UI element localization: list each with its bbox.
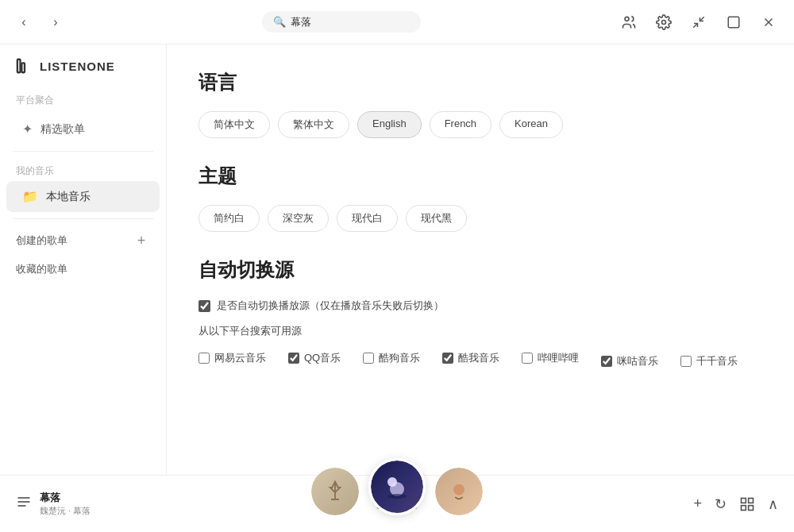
platform-kuwo: 酷我音乐 xyxy=(442,348,499,368)
tag-modern-black[interactable]: 现代黑 xyxy=(406,205,467,232)
platform-bilibili-label: 哔哩哔哩 xyxy=(538,351,579,365)
theme-tags: 简约白 深空灰 现代白 现代黑 xyxy=(198,205,762,232)
close-icon-btn[interactable] xyxy=(756,10,781,35)
album-art-face-bg xyxy=(435,468,483,515)
platform-grid: 网易云音乐 QQ音乐 酷狗音乐 酷我音乐 哔哩哔哩 咪咕音乐 xyxy=(198,348,762,368)
favorite-playlists-row: 收藏的歌单 xyxy=(0,256,166,283)
tag-zh-hans[interactable]: 简体中文 xyxy=(198,111,270,138)
forward-button[interactable]: › xyxy=(44,11,67,33)
search-input[interactable] xyxy=(291,16,410,28)
auto-switch-title: 自动切换源 xyxy=(198,257,762,283)
svg-rect-4 xyxy=(728,17,739,28)
sidebar-divider-1 xyxy=(13,151,153,152)
sidebar: LISTENONE 平台聚合 ✦ 精选歌单 我的音乐 📁 本地音乐 创建的歌单 … xyxy=(0,44,167,475)
svg-line-3 xyxy=(700,17,704,21)
album-art-right[interactable] xyxy=(435,468,483,515)
platform-kuwo-label: 酷我音乐 xyxy=(458,351,499,365)
platform-qq-label: QQ音乐 xyxy=(304,351,341,365)
player-left: 幕落 魏楚沅 · 幕落 xyxy=(16,491,159,517)
svg-rect-8 xyxy=(21,63,25,72)
player-center: 0:19 / 4:04 xyxy=(172,498,622,511)
platform-netease-checkbox[interactable] xyxy=(198,353,210,364)
album-art-moon-bg xyxy=(371,461,423,513)
sidebar-item-local[interactable]: 📁 本地音乐 xyxy=(6,181,160,212)
svg-line-2 xyxy=(693,23,697,27)
favorite-playlists-label[interactable]: 收藏的歌单 xyxy=(16,262,67,276)
sidebar-logo: LISTENONE xyxy=(0,57,166,91)
star-icon: ✦ xyxy=(22,121,33,137)
platform-kugou-checkbox[interactable] xyxy=(363,353,374,364)
svg-rect-16 xyxy=(742,498,746,503)
tag-french[interactable]: French xyxy=(430,111,491,138)
add-to-playlist-button[interactable]: + xyxy=(693,495,702,512)
add-playlist-button[interactable]: + xyxy=(133,232,150,249)
auto-switch-checkbox[interactable] xyxy=(198,300,210,312)
sidebar-divider-2 xyxy=(13,218,153,219)
platform-migu-checkbox[interactable] xyxy=(601,356,612,367)
content-area: 语言 简体中文 繁体中文 English French Korean 主题 简约… xyxy=(167,44,794,475)
search-bar[interactable]: 🔍 xyxy=(262,11,421,33)
main-layout: LISTENONE 平台聚合 ✦ 精选歌单 我的音乐 📁 本地音乐 创建的歌单 … xyxy=(0,44,794,475)
sidebar-item-label: 本地音乐 xyxy=(46,190,91,204)
svg-point-1 xyxy=(662,20,666,24)
title-bar-icons xyxy=(616,10,781,35)
search-icon: 🔍 xyxy=(273,16,286,28)
platform-netease: 网易云音乐 xyxy=(198,348,266,368)
theme-title: 主题 xyxy=(198,164,762,189)
platform-qq-checkbox[interactable] xyxy=(288,353,299,364)
platform-search-label: 从以下平台搜索可用源 xyxy=(198,324,762,338)
auto-switch-row: 是否自动切换播放源（仅在播放音乐失败后切换） xyxy=(198,299,762,313)
users-icon-btn[interactable] xyxy=(616,10,642,35)
expand-icon-btn[interactable] xyxy=(721,10,746,35)
tag-simple-white[interactable]: 简约白 xyxy=(198,205,260,232)
queue-button[interactable] xyxy=(16,494,32,514)
platform-qianqian-label: 千千音乐 xyxy=(696,354,738,368)
auto-switch-label: 是否自动切换播放源（仅在播放音乐失败后切换） xyxy=(217,299,444,313)
platform-migu-label: 咪咕音乐 xyxy=(617,354,658,368)
svg-point-15 xyxy=(453,484,464,495)
player-song-info: 幕落 魏楚沅 · 幕落 xyxy=(40,491,91,517)
player-menu-button[interactable] xyxy=(739,496,755,512)
platform-qq: QQ音乐 xyxy=(288,348,341,368)
collapse-button[interactable]: ∧ xyxy=(768,495,778,513)
created-playlists-label[interactable]: 创建的歌单 xyxy=(16,233,67,248)
folder-icon: 📁 xyxy=(22,189,38,204)
platform-label: 平台聚合 xyxy=(0,91,166,114)
svg-rect-7 xyxy=(17,60,21,73)
logo-text: LISTENONE xyxy=(40,60,115,73)
platform-qianqian-checkbox[interactable] xyxy=(680,356,692,367)
title-bar: ‹ › 🔍 xyxy=(0,0,794,44)
language-tags: 简体中文 繁体中文 English French Korean xyxy=(198,111,762,138)
tag-modern-white[interactable]: 现代白 xyxy=(337,205,398,232)
sidebar-item-featured[interactable]: ✦ 精选歌单 xyxy=(6,114,160,145)
platform-bilibili-checkbox[interactable] xyxy=(522,353,533,364)
tag-english[interactable]: English xyxy=(357,111,422,138)
svg-point-13 xyxy=(387,494,407,499)
settings-icon-btn[interactable] xyxy=(651,10,676,35)
platform-netease-label: 网易云音乐 xyxy=(214,351,266,365)
repeat-button[interactable]: ↻ xyxy=(715,495,727,513)
back-button[interactable]: ‹ xyxy=(13,11,35,33)
minimize-icon-btn[interactable] xyxy=(686,10,711,35)
sidebar-item-label: 精选歌单 xyxy=(40,122,85,137)
player-song-sub: 魏楚沅 · 幕落 xyxy=(40,505,91,517)
player-right: + ↻ ∧ xyxy=(635,495,778,513)
tag-deep-gray[interactable]: 深空灰 xyxy=(268,205,329,232)
language-title: 语言 xyxy=(198,70,762,95)
svg-point-14 xyxy=(387,477,397,487)
svg-rect-17 xyxy=(749,498,754,503)
platform-bilibili: 哔哩哔哩 xyxy=(522,348,579,368)
album-art-tree-bg xyxy=(311,468,359,515)
tag-zh-hant[interactable]: 繁体中文 xyxy=(278,111,349,138)
svg-rect-19 xyxy=(749,505,754,510)
platform-kuwo-checkbox[interactable] xyxy=(442,353,453,364)
platform-kugou-label: 酷狗音乐 xyxy=(379,351,420,365)
album-art-left[interactable] xyxy=(311,468,359,515)
tag-korean[interactable]: Korean xyxy=(499,111,563,138)
created-playlists-row: 创建的歌单 + xyxy=(0,226,166,256)
platform-kugou: 酷狗音乐 xyxy=(363,348,420,368)
album-art-main[interactable] xyxy=(368,458,426,515)
nav-buttons: ‹ › xyxy=(13,11,67,33)
svg-point-0 xyxy=(625,17,629,21)
svg-rect-18 xyxy=(742,505,746,510)
